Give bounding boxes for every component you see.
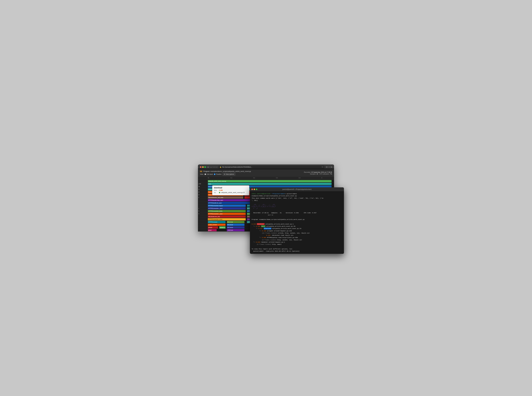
term-trace-5: 0.242 _SSLSocket.read <built-in> <box>252 234 342 236</box>
ruler-0s: 0s <box>208 177 209 179</box>
term-blank2 <box>252 209 342 211</box>
browser-actions: ⬆ + ⧉ <box>326 166 332 168</box>
bar-getadd1[interactable]: getadd <box>208 226 218 229</box>
term-trace-9: [5 frames hidden] http, email <box>252 243 342 245</box>
terminal-close[interactable] <box>251 189 253 190</box>
term-recorded: Recorded: 17:30:21 Samples: 31 Duration:… <box>252 212 342 214</box>
bar-recv1[interactable]: SSLSocket.recv_into <box>208 215 246 218</box>
row-label <box>198 223 208 226</box>
terminal-traffic-lights <box>251 189 257 190</box>
back-button[interactable]: ‹ <box>213 166 215 168</box>
row-label <box>198 221 208 223</box>
row-bars: main <box>208 182 334 185</box>
term-trace-4: [33 frames hidden] urllib, http, socket,… <box>252 232 342 234</box>
terminal-titlebar: joerick@joerick5:~/Projects/pyinstrument <box>250 187 344 191</box>
row-label <box>198 226 208 229</box>
bar-sslconte[interactable]: SSLConte <box>227 221 244 223</box>
row-label: htt <box>198 185 208 188</box>
close-traffic-light[interactable] <box>200 166 202 168</box>
new-tab-icon[interactable]: + <box>329 166 330 168</box>
program-label: Program: examples/demo_scripts/wikipedia… <box>203 170 251 172</box>
maximize-traffic-light[interactable] <box>204 166 206 168</box>
term-ascii-art: _/|_ __ _/|__ __ _/|_ /_||_/ / \ /_||_/ … <box>252 204 342 209</box>
bar-wikipedia[interactable]: wikipedia_article_word_count.py <box>208 180 332 182</box>
bar-create[interactable]: create_connect <box>208 224 226 226</box>
timeline-radio[interactable]: Timeline <box>214 173 221 175</box>
term-blank4 <box>252 221 342 223</box>
term-trace-6: └─ 0.009 HTTPResponse.read http/client.p… <box>252 237 342 239</box>
timeline-ruler: 0s 0.1 0.2 0.3 0.4 0. <box>198 177 334 180</box>
call-stack-radio[interactable]: Call stack <box>204 173 213 175</box>
address-bar[interactable]: 🔒 file:///private/var/folders/ld/k24nt70… <box>218 166 324 169</box>
tooltip-loc-icon <box>219 192 220 193</box>
terminal-minimize[interactable] <box>254 189 255 190</box>
tooltip-loc-row: loc wikipedia_article_word_count.py:15 <box>214 192 248 193</box>
address-text: file:///private/var/folders/ld/k24nt7054… <box>222 166 252 168</box>
terminal-window: joerick@joerick5:~/Projects/pyinstrument… <box>250 187 344 254</box>
timeline-row: urllib main <box>198 182 334 185</box>
term-trace-0: 0.349 <module> wikipedia_article_word_co… <box>252 223 342 225</box>
bar-send1[interactable]: HTTPSConnection._send <box>208 207 246 210</box>
row-label: c <box>198 207 208 210</box>
terminal-maximize[interactable] <box>256 189 257 190</box>
term-output-line2: ', 50)] <box>252 199 342 201</box>
address-more-icon: ••• <box>322 166 323 168</box>
term-trace-7: [9 frames hidden] http, socket, ssl, <bu… <box>252 239 342 241</box>
bar-opener-chain[interactable]: OpenerDirector._call_chain <box>208 196 243 199</box>
tooltip: download time 0.466 loc wikipedia_articl… <box>212 185 249 195</box>
ruler-05: 0. <box>321 177 322 179</box>
ruler-marks: 0s 0.1 0.2 0.3 0.4 0. <box>208 177 334 179</box>
bar-conne[interactable]: HTTPSConnection.conne <box>208 218 246 220</box>
copy-icon[interactable]: ⧉ <box>331 166 332 168</box>
minimize-traffic-light[interactable] <box>202 166 204 168</box>
share-icon[interactable]: ⬆ <box>326 166 328 168</box>
term-output-line: This most common words were [('the', 142… <box>252 197 342 199</box>
view-options-button[interactable]: ⚙ View options <box>222 173 235 176</box>
bar-sslsocke2[interactable]: SSLSocke <box>227 226 244 229</box>
row-label <box>198 204 208 207</box>
address-icon: 🔒 <box>220 166 221 168</box>
bar-sslsock2[interactable]: _SSLSock <box>227 229 244 231</box>
row-label <box>198 199 208 201</box>
profiler-toolbar: Program: examples/demo_scripts/wikipedia… <box>198 169 334 177</box>
term-trace-8: └─ 0.019 <module> urllib/request.py:1 <box>252 241 342 243</box>
row-label <box>198 180 208 182</box>
bar-socketcc[interactable]: socket.cc <box>219 226 226 229</box>
bar-sslsocke1[interactable]: SSLSocke <box>227 224 244 226</box>
call-stack-radio-circle <box>204 174 206 175</box>
term-prompt-line: (env) joerick@joerick5 ~/P/pyinstrument>… <box>252 193 342 197</box>
term-trace-1: └─ 0.329 main wikipedia_article_word_cou… <box>252 225 342 227</box>
bar-httpsconn[interactable]: HTTPSConnecti <box>208 221 226 223</box>
gear-icon: ⚙ <box>224 173 225 175</box>
tooltip-time-label: time <box>214 189 218 191</box>
forward-button[interactable]: › <box>215 166 217 168</box>
bar-req[interactable]: HTTPSConnection.reques <box>208 204 246 207</box>
terminal-title: joerick@joerick5:~/Projects/pyinstrument <box>282 188 311 190</box>
term-cmd: pyinstrument --load-prev 2024-09-29T17-3… <box>252 250 342 252</box>
term-blank3 <box>252 216 342 218</box>
ruler-02: 0.2 <box>253 177 255 179</box>
nav-buttons: ‹ › <box>213 166 217 168</box>
bar-getad2[interactable]: getad <box>208 229 217 231</box>
tooltip-loc-label: loc <box>214 192 218 193</box>
row-label <box>198 202 208 204</box>
bar-send2[interactable]: HTTPSConnection._send <box>208 213 246 215</box>
bar-main[interactable]: main <box>208 183 332 185</box>
term-trace-3: └─ 0.318 urlopen urllib/request.py:139 <box>252 230 342 232</box>
tooltip-title: download <box>214 187 248 189</box>
browser-titlebar: ⊞ ⌄ ‹ › 🔒 file:///private/var/folders/ld… <box>200 166 332 169</box>
timeline-radio-circle <box>214 174 215 175</box>
bar-endhe[interactable]: HTTPSConnection.endhe <box>208 210 246 212</box>
tooltip-loc-value: wikipedia_article_word_count.py:15 <box>221 192 245 193</box>
terminal-body[interactable]: (env) joerick@joerick5 ~/P/pyinstrument>… <box>250 191 344 254</box>
tooltip-time-value: 0.466 <box>219 189 223 191</box>
row-label: S <box>198 210 208 212</box>
sidebar-icon: ⊞ <box>207 166 209 168</box>
term-version: v4.7.3 <box>252 214 342 216</box>
row-label: S <box>198 212 208 215</box>
browser-window: ⊞ ⌄ ‹ › 🔒 file:///private/var/folders/ld… <box>198 164 334 232</box>
term-hint: To view this report with different optio… <box>252 248 342 250</box>
sidebar-toggle-icon: ⌄ <box>210 166 212 168</box>
row-label: er <box>198 188 208 191</box>
ruler-04: 0.4 <box>299 177 301 179</box>
